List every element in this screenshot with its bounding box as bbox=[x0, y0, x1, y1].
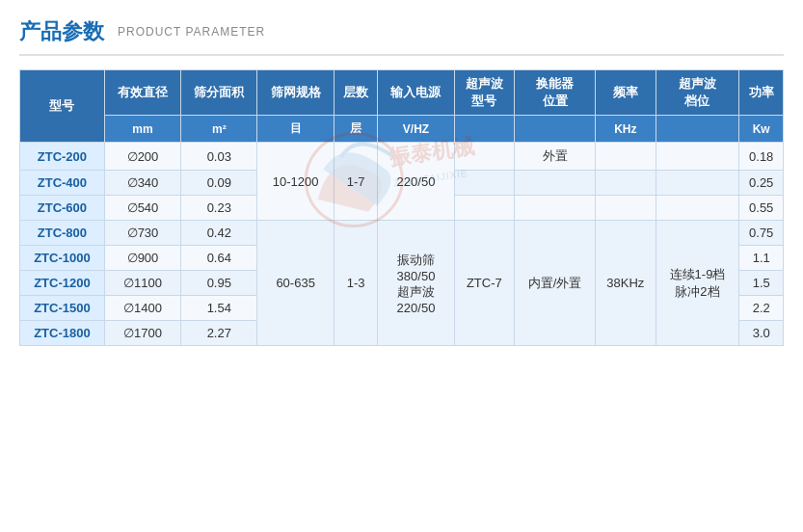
page-title-cn: 产品参数 bbox=[19, 17, 104, 46]
table-cell: ZTC-200 bbox=[20, 143, 105, 171]
col-unit-power-input: V/HZ bbox=[378, 116, 454, 143]
table-cell bbox=[596, 196, 656, 221]
table-cell: 1.5 bbox=[739, 271, 784, 296]
table-cell: 0.75 bbox=[739, 221, 784, 246]
table-cell: 2.2 bbox=[739, 296, 784, 321]
table-cell: 220/50 bbox=[378, 143, 454, 221]
table-cell: 外置 bbox=[515, 143, 596, 171]
page-title-en: PRODUCT PARAMETER bbox=[118, 25, 265, 39]
col-header-frequency: 频率 bbox=[596, 70, 656, 116]
table-cell: 0.25 bbox=[739, 171, 784, 196]
table-cell: ∅730 bbox=[104, 221, 180, 246]
table-cell: 1.54 bbox=[181, 296, 257, 321]
table-cell: 2.27 bbox=[181, 321, 257, 346]
table-cell: 0.55 bbox=[739, 196, 784, 221]
table-cell: ZTC-400 bbox=[20, 171, 105, 196]
table-cell: 10-1200 bbox=[257, 143, 334, 221]
col-unit-power: Kw bbox=[739, 116, 784, 143]
col-unit-mesh: 目 bbox=[257, 116, 334, 143]
table-wrap: 振泰机械 ZHENTAIJIXIE 型号 有效直径 筛分面积 筛网规格 层数 输… bbox=[19, 69, 784, 346]
col-unit-diameter: mm bbox=[104, 116, 180, 143]
table-cell bbox=[596, 143, 656, 171]
table-cell: ∅340 bbox=[104, 171, 180, 196]
col-unit-gear bbox=[656, 116, 739, 143]
table-cell: ZTC-600 bbox=[20, 196, 105, 221]
col-header-area: 筛分面积 bbox=[181, 70, 257, 116]
col-header-layers: 层数 bbox=[334, 70, 378, 116]
col-header-ultrasonic-model: 超声波型号 bbox=[454, 70, 514, 116]
table-cell: 连续1-9档 脉冲2档 bbox=[656, 221, 739, 346]
table-cell bbox=[454, 143, 514, 171]
table-cell: ∅1400 bbox=[104, 296, 180, 321]
table-cell bbox=[656, 196, 739, 221]
table-cell: ∅900 bbox=[104, 246, 180, 271]
table-cell: 1-3 bbox=[334, 221, 378, 346]
col-header-power: 功率 bbox=[739, 70, 784, 116]
table-cell: 0.09 bbox=[181, 171, 257, 196]
table-cell: 60-635 bbox=[257, 221, 334, 346]
table-cell: 1-7 bbox=[334, 143, 378, 221]
table-cell: ZTC-1500 bbox=[20, 296, 105, 321]
table-cell: 0.64 bbox=[181, 246, 257, 271]
col-unit-transducer bbox=[515, 116, 596, 143]
table-cell: ZTC-1800 bbox=[20, 321, 105, 346]
table-row: ZTC-200∅2000.0310-12001-7220/50外置0.18 bbox=[20, 143, 784, 171]
table-cell: 0.42 bbox=[181, 221, 257, 246]
table-cell: 0.23 bbox=[181, 196, 257, 221]
col-unit-layers: 层 bbox=[334, 116, 378, 143]
col-header-model: 型号 bbox=[20, 70, 105, 143]
table-cell: ZTC-1000 bbox=[20, 246, 105, 271]
col-unit-frequency: KHz bbox=[596, 116, 656, 143]
product-table: 型号 有效直径 筛分面积 筛网规格 层数 输入电源 超声波型号 换能器位置 频率… bbox=[19, 69, 784, 346]
table-cell: 1.1 bbox=[739, 246, 784, 271]
table-cell bbox=[656, 143, 739, 171]
table-cell bbox=[454, 196, 514, 221]
table-row: ZTC-800∅7300.4260-6351-3振动筛 380/50 超声波 2… bbox=[20, 221, 784, 246]
table-cell: 内置/外置 bbox=[515, 221, 596, 346]
col-header-mesh: 筛网规格 bbox=[257, 70, 334, 116]
col-header-diameter: 有效直径 bbox=[104, 70, 180, 116]
table-cell bbox=[656, 171, 739, 196]
table-cell: 0.18 bbox=[739, 143, 784, 171]
table-cell: ∅200 bbox=[104, 143, 180, 171]
col-header-transducer: 换能器位置 bbox=[515, 70, 596, 116]
table-cell bbox=[515, 171, 596, 196]
col-unit-ultrasonic bbox=[454, 116, 514, 143]
page-header: 产品参数 PRODUCT PARAMETER bbox=[19, 17, 784, 56]
col-unit-area: m² bbox=[181, 116, 257, 143]
table-cell: ZTC-1200 bbox=[20, 271, 105, 296]
table-cell: 振动筛 380/50 超声波 220/50 bbox=[378, 221, 454, 346]
table-cell: ∅1100 bbox=[104, 271, 180, 296]
table-cell: 0.95 bbox=[181, 271, 257, 296]
table-cell: ∅1700 bbox=[104, 321, 180, 346]
table-cell bbox=[515, 196, 596, 221]
col-header-power-input: 输入电源 bbox=[378, 70, 454, 116]
table-cell bbox=[454, 171, 514, 196]
table-cell: ∅540 bbox=[104, 196, 180, 221]
table-cell bbox=[596, 171, 656, 196]
table-cell: 3.0 bbox=[739, 321, 784, 346]
table-cell: 0.03 bbox=[181, 143, 257, 171]
page: 产品参数 PRODUCT PARAMETER 振泰机械 ZHENTAIJIXIE… bbox=[0, 0, 803, 532]
table-cell: ZTC-7 bbox=[454, 221, 514, 346]
table-cell: ZTC-800 bbox=[20, 221, 105, 246]
col-header-gear: 超声波档位 bbox=[656, 70, 739, 116]
table-cell: 38KHz bbox=[596, 221, 656, 346]
